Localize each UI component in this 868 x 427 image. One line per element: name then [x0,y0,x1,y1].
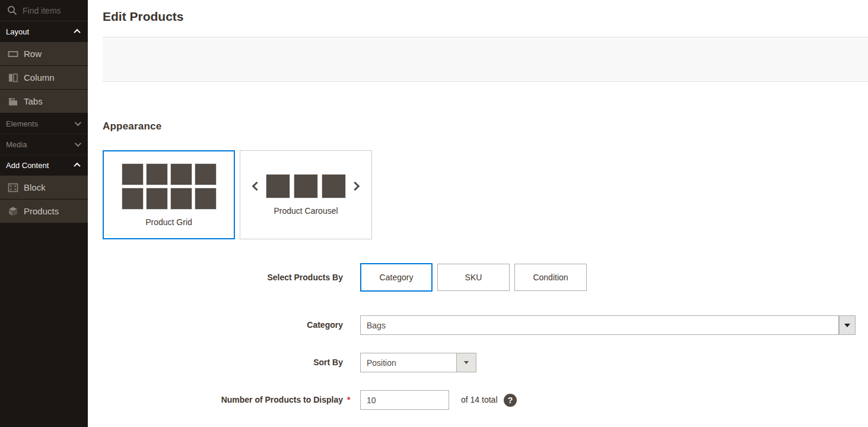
appearance-options: Product Grid Product Carousel [103,150,372,239]
condition-toggle-button[interactable]: Condition [514,264,587,291]
chevron-right-icon [351,182,360,191]
sku-toggle-button[interactable]: SKU [437,264,510,291]
category-toggle-button[interactable]: Category [360,263,433,292]
sort-by-value: Position [361,353,456,372]
component-sidebar: Layout Row Column [0,0,88,427]
help-icon[interactable]: ? [504,394,517,407]
sidebar-item-label: Tabs [24,96,43,106]
block-icon [8,182,18,193]
row-icon [8,49,18,59]
sidebar-item-block[interactable]: Block [0,176,88,200]
sidebar-section-media[interactable]: Media [0,134,88,155]
sort-by-select[interactable]: Position [360,353,476,372]
sidebar-item-label: Row [24,49,42,59]
tabs-icon [8,96,18,107]
sidebar-item-label: Products [24,206,59,216]
chevron-down-icon [75,140,81,147]
select-products-by-group: Category SKU Condition [360,263,587,292]
page-title: Edit Products [103,10,184,24]
column-icon [8,72,18,83]
sidebar-section-add-content[interactable]: Add Content [0,155,88,176]
chevron-up-icon [74,29,80,36]
caret-down-icon [464,361,469,364]
section-label: Elements [6,119,38,128]
search-input[interactable] [23,6,77,15]
number-of-products-input[interactable] [360,390,449,410]
appearance-option-product-grid[interactable]: Product Grid [103,150,235,239]
sidebar-search [0,0,88,21]
sort-by-label: Sort By [103,353,343,372]
sidebar-item-row[interactable]: Row [0,42,88,66]
sidebar-item-column[interactable]: Column [0,66,88,90]
section-label: Add Content [6,161,49,170]
sidebar-item-tabs[interactable]: Tabs [0,90,88,113]
chevron-left-icon [252,182,262,191]
category-dropdown-button[interactable] [839,315,856,335]
total-count-text: of 14 total [461,390,498,410]
appearance-option-product-carousel[interactable]: Product Carousel [240,150,372,239]
products-icon [8,206,18,217]
sidebar-item-products[interactable]: Products [0,200,88,223]
sidebar-item-label: Column [24,72,55,83]
category-label: Category [103,315,343,335]
sidebar-section-layout[interactable]: Layout [0,21,88,42]
required-asterisk: * [347,390,350,410]
sidebar-item-label: Block [24,182,46,192]
appearance-heading: Appearance [103,121,161,132]
page-builder-panel: Layout Row Column [0,0,868,427]
category-input[interactable] [360,315,839,335]
appearance-option-label: Product Carousel [274,206,338,216]
toolbar-band [103,37,868,82]
caret-down-icon [844,324,850,327]
chevron-down-icon [75,119,81,126]
select-arrow [456,353,476,372]
product-grid-icon [122,163,217,210]
appearance-option-label: Product Grid [145,217,192,227]
select-products-by-label: Select Products By [103,263,343,292]
chevron-up-icon [74,163,80,169]
search-icon [7,5,17,15]
section-label: Layout [6,27,29,36]
section-label: Media [6,140,27,149]
sidebar-section-elements[interactable]: Elements [0,113,88,134]
product-carousel-icon [253,174,358,198]
number-of-products-label: Number of Products to Display [103,390,343,410]
